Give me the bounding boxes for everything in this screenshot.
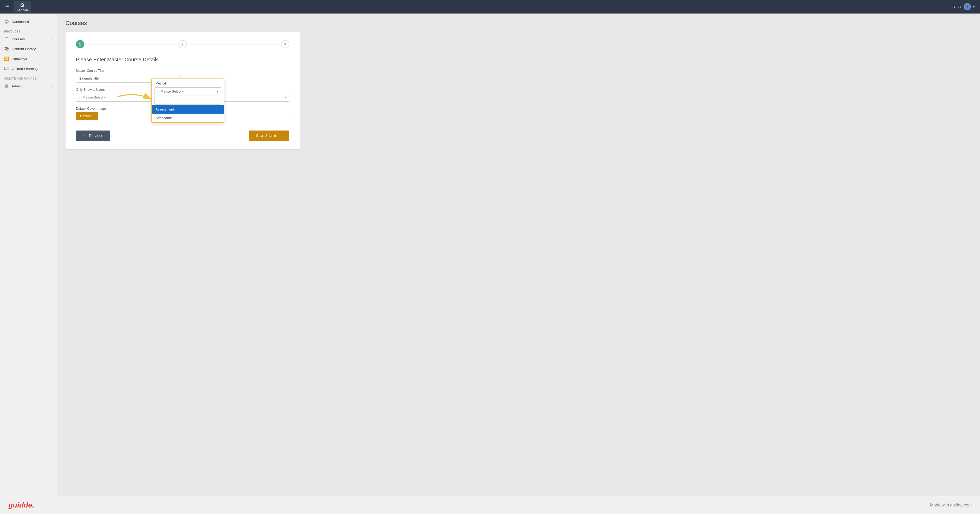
sidebar: 🏠 Dashboard › PRODUCTS 📋 Courses › 📚 Con… (0, 14, 57, 496)
previous-label: Previous (89, 134, 103, 138)
dropdown-options-list: Assessment Attendance (152, 105, 224, 122)
chevron-icon: › (52, 57, 53, 60)
pathways-icon: 🔀 (4, 56, 9, 61)
dashboard-icon: 🏠 (4, 19, 9, 24)
save-next-arrow-icon: → (278, 134, 282, 138)
chevron-icon: › (52, 47, 53, 51)
dropdown-option-assessment[interactable]: Assessment (152, 105, 224, 114)
chevron-icon: › (52, 37, 53, 41)
nav-left: ☰ ⚙ Censeo (5, 1, 31, 13)
user-chevron: ▾ (973, 5, 975, 9)
previous-button[interactable]: ← Previous (76, 130, 110, 141)
dropdown-search-input[interactable] (154, 97, 221, 105)
content-library-icon: 📚 (4, 46, 9, 51)
chevron-icon: › (52, 20, 53, 23)
save-next-button[interactable]: Save & Next → (249, 130, 289, 141)
dropdown-method-label: Method (152, 79, 224, 86)
main-content: Courses 1 2 3 Please Enter Master Course… (57, 14, 980, 496)
sidebar-item-dashboard[interactable]: 🏠 Dashboard › (0, 17, 57, 27)
top-nav: ☰ ⚙ Censeo EDS 1 👤 ▾ (0, 0, 980, 14)
sidebar-item-courses[interactable]: 📋 Courses › (0, 34, 57, 44)
sidebar-item-label: Guided Learning (12, 67, 38, 71)
dropdown-select-placeholder: -- Please Select -- (158, 89, 185, 94)
save-next-label: Save & Next (256, 134, 276, 138)
step-indicator: 1 2 3 (76, 40, 289, 48)
logo-text: Censeo (17, 8, 28, 11)
avatar: 👤 (964, 3, 971, 10)
sidebar-item-label: Courses (12, 37, 25, 41)
form-footer: ← Previous Save & Next → (76, 130, 289, 141)
admin-icon: ⚙️ (4, 84, 9, 89)
sidebar-item-pathways[interactable]: 🔀 Pathways › (0, 54, 57, 64)
sidebar-item-label: Dashboard (12, 20, 29, 24)
guidde-logo: guidde. (8, 501, 34, 509)
dropdown-chevron-icon: ▾ (216, 89, 218, 94)
method-dropdown-overlay: Method -- Please Select -- ▾ Assessment … (151, 79, 224, 123)
dropdown-option-attendance[interactable]: Attendance (152, 114, 224, 122)
sidebar-item-label: Admin (12, 84, 22, 88)
logo-icon: ⚙ (20, 2, 25, 8)
hamburger-icon[interactable]: ☰ (5, 4, 10, 10)
step-2: 2 (178, 40, 187, 48)
guided-learning-icon: 📖 (4, 66, 9, 71)
chevron-icon: › (52, 67, 53, 70)
products-section-label: PRODUCTS (0, 27, 57, 34)
page-footer: guidde. Made with guidde.com (0, 496, 980, 514)
previous-arrow-icon: ← (83, 134, 87, 138)
sidebar-item-label: Content Library (12, 47, 36, 51)
arrow-annotation (115, 89, 154, 105)
form-heading: Please Enter Master Course Details (76, 57, 289, 63)
step-3: 3 (281, 40, 289, 48)
sidebar-item-guided-learning[interactable]: 📖 Guided Learning › (0, 64, 57, 74)
sidebar-item-content-library[interactable]: 📚 Content Library › (0, 44, 57, 54)
browse-button-left[interactable]: Browse... (76, 112, 98, 120)
chevron-icon: › (52, 84, 53, 87)
create-manage-section-label: CREATE AND MANAGE (0, 74, 57, 81)
form-card: 1 2 3 Please Enter Master Course Details… (65, 32, 300, 149)
footer-text: Made with guidde.com (930, 503, 972, 508)
method-dropdown-box: Method -- Please Select -- ▾ Assessment … (151, 79, 224, 123)
user-menu[interactable]: EDS 1 👤 ▾ (951, 3, 975, 10)
step-line-2 (188, 44, 280, 44)
user-label: EDS 1 (951, 5, 961, 9)
sidebar-item-label: Pathways (12, 57, 27, 61)
logo-area: ⚙ Censeo (14, 1, 31, 13)
step-line-1 (85, 44, 177, 44)
page-title: Courses (65, 20, 972, 27)
page-layout: 🏠 Dashboard › PRODUCTS 📋 Courses › 📚 Con… (0, 14, 980, 496)
sidebar-item-admin[interactable]: ⚙️ Admin › (0, 81, 57, 91)
dropdown-select-display[interactable]: -- Please Select -- ▾ (154, 87, 221, 95)
courses-icon: 📋 (4, 36, 9, 41)
master-course-title-label: Master Course Title (76, 69, 180, 73)
step-1: 1 (76, 40, 84, 48)
